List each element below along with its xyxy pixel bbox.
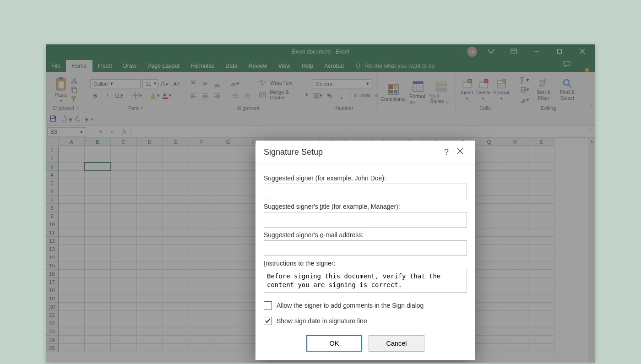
help-icon[interactable]: ? [440, 147, 453, 157]
cancel-button[interactable]: Cancel [369, 335, 424, 352]
signature-setup-dialog: Signature Setup ? Suggested signer (for … [255, 141, 475, 360]
show-sign-date-checkbox[interactable] [264, 317, 272, 325]
dialog-title: Signature Setup [264, 147, 323, 157]
signer-input[interactable] [264, 184, 467, 199]
signer-email-input[interactable] [264, 240, 467, 256]
show-sign-date-label: Show sign date in signature line [277, 317, 367, 325]
excel-window: Excel document - Excel TA FileHomeInsert… [46, 44, 595, 363]
ok-button[interactable]: OK [306, 335, 362, 352]
instructions-label: Instructions to the signer: [264, 260, 467, 267]
signer-title-input[interactable] [264, 212, 467, 228]
signer-email-label: Suggested signer's e-mail address: [264, 231, 467, 239]
signer-label: Suggested signer (for example, John Doe)… [264, 174, 467, 182]
signer-title-label: Suggested signer's title (for example, M… [264, 203, 467, 210]
allow-comments-label: Allow the signer to add comments in the … [277, 302, 424, 309]
allow-comments-checkbox[interactable] [264, 301, 272, 310]
instructions-input[interactable] [264, 269, 467, 293]
close-dialog-icon[interactable] [453, 147, 467, 157]
